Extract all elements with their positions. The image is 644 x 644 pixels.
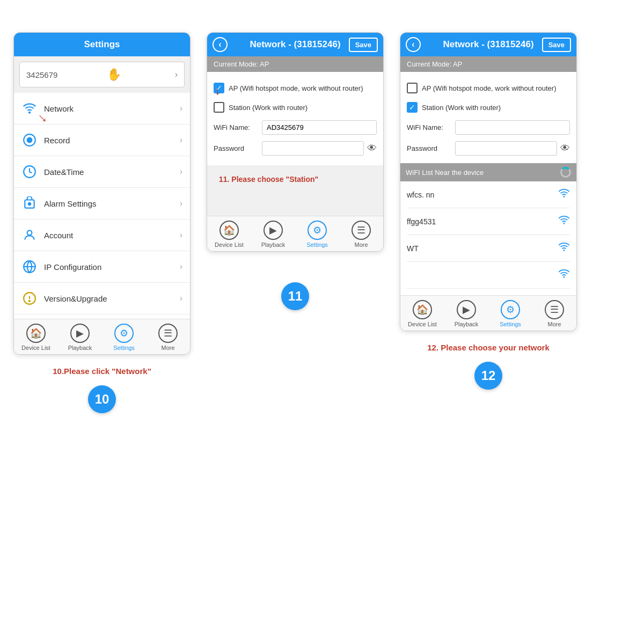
password-input-11[interactable] bbox=[262, 141, 364, 156]
nav-label-settings-11: Settings bbox=[306, 241, 328, 248]
chevron-record: › bbox=[180, 135, 182, 145]
svg-point-6 bbox=[27, 230, 32, 235]
nav-settings-12[interactable]: ⚙ Settings bbox=[488, 300, 532, 327]
nav-label-playback-10: Playback bbox=[68, 345, 92, 351]
eye-icon-12[interactable]: 👁 bbox=[560, 143, 570, 154]
nav-label-more-10: More bbox=[161, 345, 174, 351]
settings-item-alarm[interactable]: Alarm Settings › bbox=[14, 188, 190, 219]
screenshots-row: Settings 3425679 ✋ › bbox=[13, 32, 577, 413]
settings-item-record[interactable]: Record › bbox=[14, 125, 190, 156]
back-btn-12[interactable]: ‹ bbox=[406, 37, 421, 52]
back-btn-11[interactable]: ‹ bbox=[213, 37, 228, 52]
nav-more-10[interactable]: ☰ More bbox=[146, 324, 190, 351]
nav-more-11[interactable]: ☰ More bbox=[339, 221, 383, 248]
menu-icon-11: ☰ bbox=[352, 221, 371, 240]
password-label-11: Password bbox=[214, 144, 262, 152]
password-input-12[interactable] bbox=[455, 141, 557, 156]
nav-label-settings-12: Settings bbox=[500, 321, 521, 327]
nav-playback-11[interactable]: ▶ Playback bbox=[251, 221, 295, 248]
save-btn-11[interactable]: Save bbox=[349, 38, 378, 52]
phone-11: ‹ Network - (31815246) Save Current Mode… bbox=[207, 32, 384, 252]
settings-item-datetime[interactable]: Date&Time › bbox=[14, 156, 190, 188]
station-arrow: ↓ bbox=[215, 85, 221, 97]
station-checkbox-11[interactable] bbox=[214, 102, 224, 113]
wifi-item-1[interactable]: ffgg4531 bbox=[407, 208, 570, 235]
nav-settings-10[interactable]: ⚙ Settings bbox=[102, 324, 146, 351]
home-icon-11: 🏠 bbox=[219, 221, 239, 240]
nav-label-more-12: More bbox=[547, 321, 561, 327]
wifi-item-2[interactable]: WT bbox=[407, 235, 570, 262]
wifi-name-input-11[interactable] bbox=[262, 120, 377, 135]
svg-point-11 bbox=[564, 196, 565, 197]
wifi-ssid-2: WT bbox=[407, 244, 419, 253]
wifi-name-input-12[interactable] bbox=[455, 120, 570, 135]
password-label-12: Password bbox=[407, 144, 455, 152]
gear-icon-10: ⚙ bbox=[114, 324, 134, 343]
home-icon-12: 🏠 bbox=[413, 300, 432, 319]
nav-device-list-10[interactable]: 🏠 Device List bbox=[14, 324, 58, 351]
nav-device-list-12[interactable]: 🏠 Device List bbox=[400, 300, 444, 327]
svg-point-5 bbox=[28, 203, 31, 205]
wifi-signal-3 bbox=[558, 268, 570, 282]
settings-item-account[interactable]: Account › bbox=[14, 219, 190, 251]
nav-label-playback-11: Playback bbox=[261, 241, 286, 248]
nav-playback-10[interactable]: ▶ Playback bbox=[58, 324, 102, 351]
save-btn-12[interactable]: Save bbox=[542, 38, 571, 52]
ap-checkbox-row-12[interactable]: AP (Wifi hotspot mode, work without rout… bbox=[407, 78, 570, 98]
globe-icon bbox=[21, 259, 38, 275]
screenshot-block-12: ‹ Network - (31815246) Save Current Mode… bbox=[400, 32, 577, 390]
header-10: Settings bbox=[14, 33, 190, 56]
wifi-signal-0 bbox=[558, 187, 570, 202]
chevron-datetime: › bbox=[180, 167, 182, 177]
nav-label-device-list-10: Device List bbox=[21, 345, 50, 351]
nav-more-12[interactable]: ☰ More bbox=[532, 300, 576, 327]
annotation-12: 12. Please choose your network bbox=[427, 342, 550, 353]
ap-label-12: AP (Wifi hotspot mode, work without rout… bbox=[422, 84, 556, 92]
wifi-name-label-12: WiFi Name: bbox=[407, 123, 455, 131]
bottom-nav-11: 🏠 Device List ▶ Playback ⚙ Settings ☰ Mo… bbox=[207, 216, 383, 251]
wifi-item-0[interactable]: wfcs. nn bbox=[407, 181, 570, 208]
menu-icon-10: ☰ bbox=[158, 324, 178, 343]
device-id-row[interactable]: 3425679 ✋ › bbox=[19, 62, 185, 87]
station-checkbox-row-11[interactable]: Station (Work with router) ↓ bbox=[214, 98, 377, 117]
eye-icon-11[interactable]: 👁 bbox=[367, 143, 377, 154]
settings-list-10: Network ↑ › Record bbox=[14, 93, 190, 319]
network-body-12: AP (Wifi hotspot mode, work without rout… bbox=[400, 72, 576, 295]
wifi-item-3[interactable] bbox=[407, 262, 570, 289]
nav-label-device-list-11: Device List bbox=[215, 241, 244, 248]
record-icon bbox=[21, 132, 38, 148]
ap-checkbox-12[interactable] bbox=[407, 83, 418, 93]
station-checkbox-row-12[interactable]: ✓ Station (Work with router) bbox=[407, 98, 570, 117]
step-circle-12: 12 bbox=[474, 362, 502, 390]
screen11-title: Network - (31815246) bbox=[250, 39, 340, 50]
wifi-ssid-0: wfcs. nn bbox=[407, 191, 434, 199]
annotation-inside-11: 11. Please choose "Station" bbox=[207, 165, 383, 184]
svg-point-14 bbox=[564, 276, 565, 278]
header-11: ‹ Network - (31815246) Save bbox=[207, 33, 383, 56]
current-mode-12: Current Mode: AP bbox=[400, 56, 576, 72]
gear-icon-11: ⚙ bbox=[308, 221, 327, 240]
chevron-alarm: › bbox=[180, 199, 182, 208]
step-circle-10: 10 bbox=[88, 385, 116, 413]
wifi-name-row-12: WiFi Name: bbox=[407, 117, 570, 138]
nav-settings-11[interactable]: ⚙ Settings bbox=[295, 221, 339, 248]
nav-playback-12[interactable]: ▶ Playback bbox=[444, 300, 488, 327]
version-label: Version&Upgrade bbox=[44, 294, 180, 303]
chevron-ipconfig: › bbox=[180, 262, 182, 272]
ap-checkbox-row-11[interactable]: ✓ AP (Wifi hotspot mode, work without ro… bbox=[214, 78, 377, 98]
settings-item-version[interactable]: Version&Upgrade › bbox=[14, 283, 190, 314]
current-mode-11: Current Mode: AP bbox=[207, 56, 383, 72]
annotation-10: 10.Please click "Network" bbox=[53, 365, 151, 377]
settings-item-ipconfig[interactable]: IP Configuration › bbox=[14, 251, 190, 283]
play-icon-11: ▶ bbox=[264, 221, 283, 240]
arrow-indicator: ↑ bbox=[36, 112, 51, 127]
nav-label-playback-12: Playback bbox=[455, 321, 479, 327]
ap-label-11: AP (Wifi hotspot mode, work without rout… bbox=[229, 84, 363, 92]
wifi-name-label-11: WiFi Name: bbox=[214, 123, 262, 131]
device-id-value: 3425679 bbox=[26, 70, 57, 79]
station-checkbox-12[interactable]: ✓ bbox=[407, 102, 418, 113]
phone-10: Settings 3425679 ✋ › bbox=[13, 32, 191, 355]
nav-label-settings-10: Settings bbox=[113, 345, 135, 351]
nav-device-list-11[interactable]: 🏠 Device List bbox=[207, 221, 251, 248]
settings-item-network[interactable]: Network ↑ › bbox=[14, 93, 190, 125]
